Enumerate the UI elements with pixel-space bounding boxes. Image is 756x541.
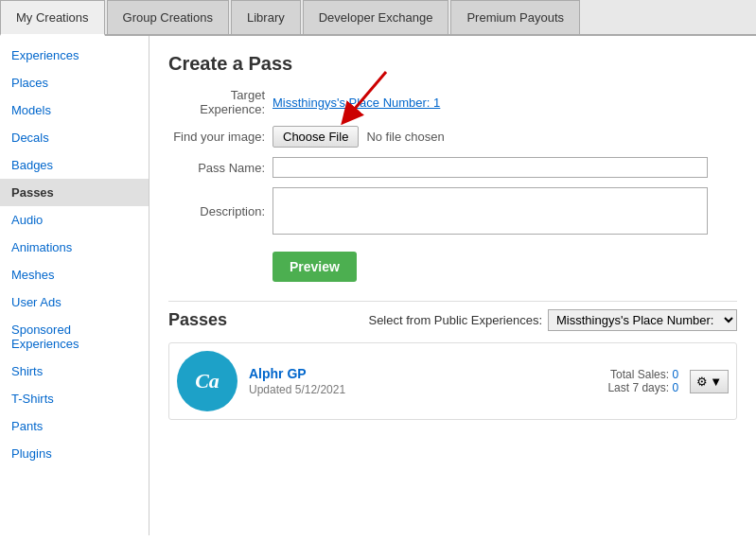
tab-library[interactable]: Library <box>231 0 301 34</box>
sidebar-item-models[interactable]: Models <box>0 96 149 124</box>
sidebar-item-experiences[interactable]: Experiences <box>0 42 149 69</box>
sidebar-item-meshes[interactable]: Meshes <box>0 261 149 288</box>
tab-developer-exchange[interactable]: Developer Exchange <box>303 0 449 34</box>
create-pass-title: Create a Pass <box>168 53 737 75</box>
sidebar: Experiences Places Models Decals Badges … <box>0 36 149 535</box>
pass-updated: Updated 5/12/2021 <box>249 383 607 396</box>
pass-name-row: Pass Name: <box>168 157 737 178</box>
tab-premium-payouts[interactable]: Premium Payouts <box>450 0 580 34</box>
pass-stats: Total Sales: 0 Last 7 days: 0 <box>607 368 678 394</box>
public-exp-container: Select from Public Experiences: Missthin… <box>368 309 737 331</box>
pass-name-input[interactable] <box>273 157 708 178</box>
no-file-text: No file chosen <box>366 130 444 144</box>
find-image-label: Find your image: <box>168 130 273 144</box>
sidebar-item-user-ads[interactable]: User Ads <box>0 288 149 316</box>
sidebar-item-shirts[interactable]: Shirts <box>0 358 149 385</box>
sidebar-item-badges[interactable]: Badges <box>0 151 149 179</box>
tab-my-creations[interactable]: My Creations <box>0 0 105 36</box>
description-textarea[interactable] <box>273 187 708 235</box>
gear-icon: ⚙ <box>696 375 708 389</box>
tab-group-creations[interactable]: Group Creations <box>107 0 229 34</box>
sidebar-item-audio[interactable]: Audio <box>0 206 149 234</box>
sidebar-item-sponsored-experiences[interactable]: Sponsored Experiences <box>0 316 149 358</box>
passes-header: Passes Select from Public Experiences: M… <box>168 301 737 331</box>
public-exp-label: Select from Public Experiences: <box>368 313 542 327</box>
pass-name-label: Pass Name: <box>168 161 273 175</box>
pass-gear-container: ⚙ ▼ <box>690 370 729 393</box>
target-experience-value-container: Missthingys's Place Number: 1 <box>273 96 440 110</box>
tab-bar: My Creations Group Creations Library Dev… <box>0 0 756 36</box>
sidebar-item-pants[interactable]: Pants <box>0 412 149 440</box>
choose-file-button[interactable]: Choose File <box>273 126 359 148</box>
sidebar-item-places[interactable]: Places <box>0 69 149 96</box>
sidebar-item-animations[interactable]: Animations <box>0 234 149 261</box>
description-label: Description: <box>168 204 273 218</box>
total-sales-line: Total Sales: 0 <box>607 368 678 381</box>
dropdown-arrow-icon: ▼ <box>710 375 722 389</box>
pass-info: Alphr GP Updated 5/12/2021 <box>249 366 607 396</box>
sidebar-item-plugins[interactable]: Plugins <box>0 440 149 467</box>
last7-label: Last 7 days: <box>607 381 669 394</box>
content-area: Create a Pass Target Experience: Missthi… <box>149 36 756 535</box>
pass-name-link[interactable]: Alphr GP <box>249 366 307 381</box>
description-row: Description: <box>168 187 737 235</box>
preview-button[interactable]: Preview <box>273 252 357 282</box>
target-experience-label: Target Experience: <box>168 88 273 116</box>
sidebar-item-t-shirts[interactable]: T-Shirts <box>0 385 149 412</box>
create-pass-section: Create a Pass Target Experience: Missthi… <box>168 53 737 301</box>
target-experience-row: Target Experience: Missthingys's Place N… <box>168 88 737 116</box>
passes-section-title: Passes <box>168 310 227 330</box>
find-image-row: Find your image: Choose File No file cho… <box>168 126 737 148</box>
last7-line: Last 7 days: 0 <box>607 381 678 394</box>
sidebar-item-decals[interactable]: Decals <box>0 124 149 151</box>
passes-section: Passes Select from Public Experiences: M… <box>168 301 737 420</box>
total-sales-label: Total Sales: <box>610 368 669 381</box>
main-layout: Experiences Places Models Decals Badges … <box>0 36 756 535</box>
public-exp-select[interactable]: Missthingys's Place Number: 1 <box>548 309 737 331</box>
sidebar-item-passes[interactable]: Passes <box>0 179 149 206</box>
pass-thumbnail: Ca <box>177 351 237 411</box>
canva-logo-text: Ca <box>195 369 220 393</box>
gear-button[interactable]: ⚙ ▼ <box>690 370 729 393</box>
target-experience-link[interactable]: Missthingys's Place Number: 1 <box>273 96 440 110</box>
total-sales-value: 0 <box>672 368 678 381</box>
last7-value: 0 <box>672 381 678 394</box>
pass-item: Ca Alphr GP Updated 5/12/2021 Total Sale… <box>168 342 737 420</box>
